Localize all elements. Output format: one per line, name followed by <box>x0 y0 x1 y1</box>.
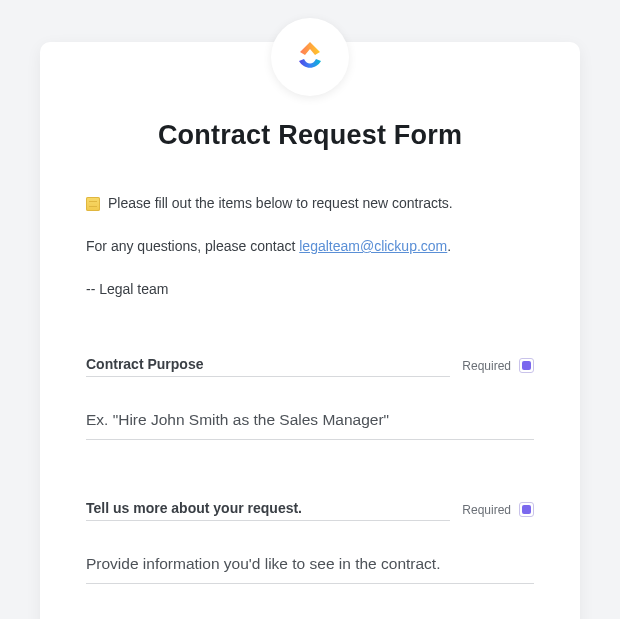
required-text: Required <box>462 359 511 373</box>
contact-email-link[interactable]: legalteam@clickup.com <box>299 238 447 254</box>
contact-prefix: For any questions, please contact <box>86 238 299 254</box>
form-title: Contract Request Form <box>86 120 534 151</box>
field-label-wrap: Contract Purpose <box>86 356 450 377</box>
field-header: Contract Purpose Required <box>86 356 534 377</box>
required-check-fill <box>522 505 531 514</box>
field-contract-purpose: Contract Purpose Required <box>86 356 534 440</box>
form-intro: Please fill out the items below to reque… <box>86 193 534 300</box>
field-request-details: Tell us more about your request. Require… <box>86 500 534 584</box>
intro-signoff: -- Legal team <box>86 279 534 300</box>
field-label-wrap: Tell us more about your request. <box>86 500 450 521</box>
required-checkbox[interactable] <box>519 358 534 373</box>
intro-line-2: For any questions, please contact legalt… <box>86 236 534 257</box>
field-label: Tell us more about your request. <box>86 500 450 516</box>
page-background: Contract Request Form Please fill out th… <box>0 0 620 619</box>
intro-text-1: Please fill out the items below to reque… <box>108 193 453 214</box>
required-text: Required <box>462 503 511 517</box>
field-header: Tell us more about your request. Require… <box>86 500 534 521</box>
contract-purpose-input[interactable] <box>86 407 534 440</box>
logo-badge <box>271 18 349 96</box>
clickup-logo-icon <box>290 37 330 77</box>
request-details-input[interactable] <box>86 551 534 584</box>
field-label: Contract Purpose <box>86 356 450 372</box>
form-card: Contract Request Form Please fill out th… <box>40 42 580 619</box>
required-checkbox[interactable] <box>519 502 534 517</box>
required-indicator: Required <box>462 358 534 377</box>
required-check-fill <box>522 361 531 370</box>
intro-line-1: Please fill out the items below to reque… <box>86 193 534 214</box>
contact-suffix: . <box>447 238 451 254</box>
required-indicator: Required <box>462 502 534 521</box>
note-icon <box>86 197 100 211</box>
